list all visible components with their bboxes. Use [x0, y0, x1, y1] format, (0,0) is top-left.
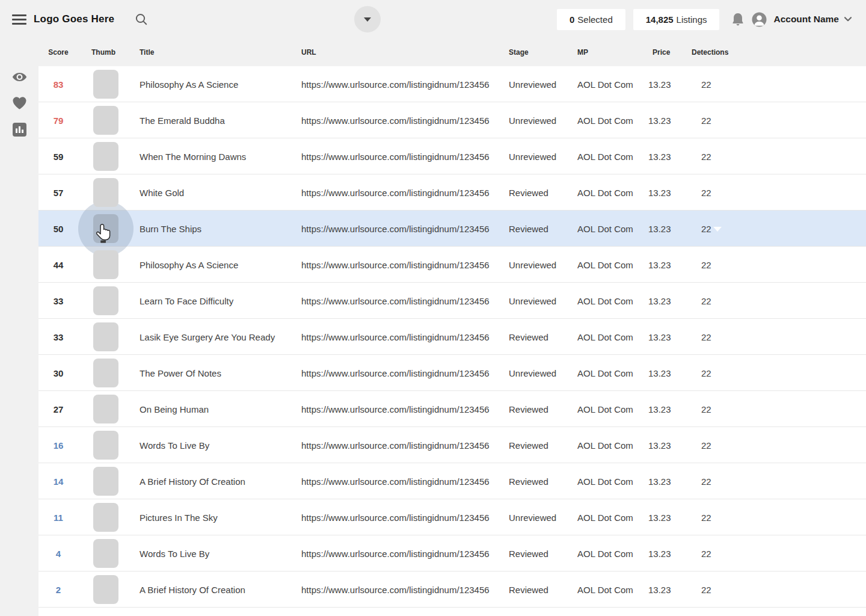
selected-count: 0 [570, 14, 574, 25]
table-row[interactable]: 33 Learn To Face Difficulty https://www.… [38, 283, 866, 319]
thumbnail-placeholder[interactable] [93, 395, 118, 424]
selected-count-button[interactable]: 0 Selected [557, 9, 625, 30]
title-cell: The Emerald Buddha [134, 116, 301, 126]
menu-icon[interactable] [12, 12, 26, 27]
search-icon[interactable] [135, 13, 148, 26]
title-cell: A Brief History Of Creation [134, 476, 301, 487]
thumbnail-placeholder[interactable] [93, 322, 118, 351]
thumb-cell [78, 463, 134, 499]
stage-cell: Unreviewed [509, 368, 577, 378]
thumb-cell [78, 138, 134, 174]
detections-cell: 22 [692, 296, 758, 306]
thumbnail-placeholder[interactable] [93, 359, 118, 387]
mp-cell: AOL Dot Com [577, 404, 648, 414]
stage-cell: Reviewed [509, 585, 577, 595]
bulk-actions-dropdown-button[interactable] [354, 6, 381, 32]
url-cell: https://www.urlsource.com/listingidnum/1… [301, 549, 509, 559]
detections-cell: 22 [692, 440, 758, 451]
thumbnail-placeholder[interactable] [93, 250, 118, 279]
thumb-cell [78, 499, 134, 535]
price-cell: 13.23 [648, 549, 692, 559]
user-avatar-icon[interactable] [752, 12, 767, 27]
thumbnail-placeholder[interactable] [93, 178, 118, 207]
thumbnail-placeholder[interactable] [93, 286, 118, 315]
table-row[interactable]: 83 Philosophy As A Science https://www.u… [38, 66, 866, 102]
thumb-cell [78, 102, 134, 138]
thumb-cell [78, 391, 134, 427]
url-cell: https://www.urlsource.com/listingidnum/1… [301, 476, 509, 487]
price-cell: 13.23 [648, 152, 692, 162]
title-cell: The Power Of Notes [134, 368, 301, 378]
score-cell: 27 [38, 404, 78, 414]
price-cell: 13.23 [648, 476, 692, 487]
score-cell: 2 [38, 585, 78, 595]
thumbnail-placeholder[interactable] [93, 214, 118, 243]
score-cell: 44 [38, 260, 78, 270]
detections-cell: 22 [692, 260, 758, 270]
price-cell: 13.23 [648, 296, 692, 306]
account-name-button[interactable]: Account Name [773, 14, 839, 25]
listings-table: Score Thumb Title URL Stage MP Price Det… [38, 38, 866, 616]
table-row[interactable]: 59 When The Morning Dawns https://www.ur… [38, 138, 866, 174]
table-row[interactable]: 2 A Brief History Of Creation https://ww… [38, 571, 866, 608]
column-header-url[interactable]: URL [301, 48, 509, 57]
column-header-title[interactable]: Title [134, 48, 301, 57]
table-row[interactable]: 50 Burn The Ships https://www.urlsource.… [38, 211, 866, 247]
score-cell: 33 [38, 332, 78, 342]
row-expand-chevron-icon[interactable] [713, 227, 722, 232]
price-cell: 13.23 [648, 116, 692, 126]
thumbnail-placeholder[interactable] [93, 142, 118, 171]
table-header-row: Score Thumb Title URL Stage MP Price Det… [38, 38, 866, 66]
table-row[interactable]: 79 The Emerald Buddha https://www.urlsou… [38, 102, 866, 138]
mp-cell: AOL Dot Com [577, 513, 648, 523]
heart-icon[interactable] [12, 96, 27, 110]
stage-cell: Reviewed [509, 404, 577, 414]
thumb-cell [78, 174, 134, 211]
price-cell: 13.23 [648, 224, 692, 234]
listings-label: Listings [677, 14, 707, 25]
detections-cell: 22 [692, 368, 758, 378]
detections-cell: 22 [692, 476, 758, 487]
thumb-cell [78, 319, 134, 355]
thumbnail-placeholder[interactable] [93, 70, 118, 99]
table-row[interactable]: 33 Lasik Eye Surgery Are You Ready https… [38, 319, 866, 355]
price-cell: 13.23 [648, 585, 692, 595]
price-cell: 13.23 [648, 260, 692, 270]
thumb-cell [78, 211, 134, 247]
column-header-score[interactable]: Score [38, 48, 78, 57]
column-header-price[interactable]: Price [648, 48, 692, 57]
column-header-stage[interactable]: Stage [509, 48, 577, 57]
table-row[interactable]: 14 A Brief History Of Creation https://w… [38, 463, 866, 499]
stage-cell: Unreviewed [509, 260, 577, 270]
thumbnail-placeholder[interactable] [93, 431, 118, 460]
price-cell: 13.23 [648, 332, 692, 342]
price-cell: 13.23 [648, 404, 692, 414]
score-cell: 79 [38, 116, 78, 126]
column-header-thumb[interactable]: Thumb [78, 48, 134, 57]
table-row[interactable]: 16 Words To Live By https://www.urlsourc… [38, 427, 866, 463]
listings-count-button[interactable]: 14,825 Listings [633, 9, 720, 30]
score-cell: 57 [38, 188, 78, 198]
stage-cell: Reviewed [509, 549, 577, 559]
mp-cell: AOL Dot Com [577, 188, 648, 198]
thumbnail-placeholder[interactable] [93, 467, 118, 496]
stats-icon[interactable] [13, 123, 26, 137]
thumbnail-placeholder[interactable] [93, 503, 118, 532]
table-row[interactable]: 57 White Gold https://www.urlsource.com/… [38, 174, 866, 211]
thumbnail-placeholder[interactable] [93, 106, 118, 135]
column-header-mp[interactable]: MP [577, 48, 648, 57]
thumbnail-placeholder[interactable] [93, 539, 118, 568]
table-row[interactable]: 4 Words To Live By https://www.urlsource… [38, 535, 866, 571]
bell-icon[interactable] [731, 12, 745, 27]
title-cell: Pictures In The Sky [134, 513, 301, 523]
eye-icon[interactable] [11, 70, 28, 84]
table-row[interactable]: 30 The Power Of Notes https://www.urlsou… [38, 355, 866, 391]
table-row[interactable]: 11 Pictures In The Sky https://www.urlso… [38, 499, 866, 535]
column-header-detections[interactable]: Detections [692, 48, 758, 57]
url-cell: https://www.urlsource.com/listingidnum/1… [301, 296, 509, 306]
table-row[interactable]: 44 Philosophy As A Science https://www.u… [38, 247, 866, 283]
table-row[interactable]: 27 On Being Human https://www.urlsource.… [38, 391, 866, 427]
thumbnail-placeholder[interactable] [93, 575, 118, 604]
stage-cell: Unreviewed [509, 79, 577, 90]
stage-cell: Unreviewed [509, 296, 577, 306]
